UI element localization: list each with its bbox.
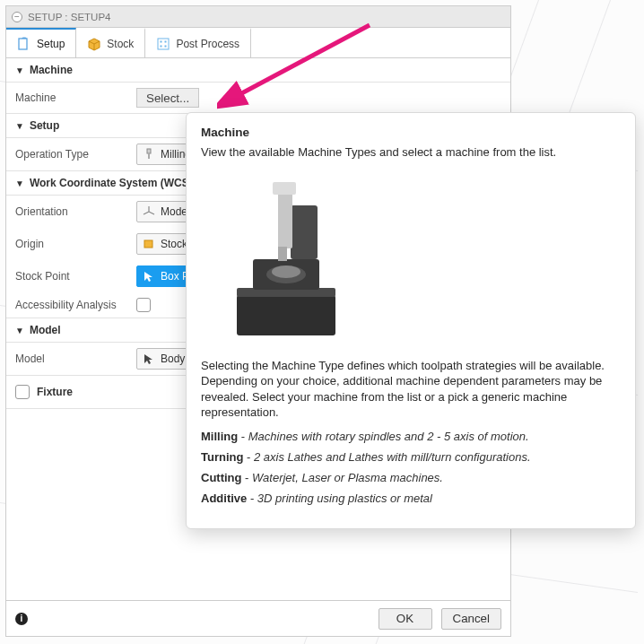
dialog-footer: i OK Cancel [6,600,510,636]
machine-illustration [210,170,371,349]
info-icon[interactable]: i [15,613,28,625]
accessibility-checkbox[interactable] [136,298,151,312]
dialog-title: SETUP : SETUP4 [28,12,110,22]
tab-label: Post Process [176,38,239,50]
tab-label: Stock [107,38,134,50]
field-label: Origin [15,238,136,250]
section-title: Work Coordinate System (WCS) [30,177,193,189]
tooltip-intro: View the available Machine Types and sel… [201,144,621,161]
section-title: Model [30,324,61,336]
svg-rect-17 [273,182,296,195]
cursor-icon [143,270,155,283]
tab-post-process[interactable]: Post Process [145,28,251,57]
chevron-down-icon: ▼ [15,65,24,75]
stock-tab-icon [87,37,101,51]
svg-rect-7 [148,153,150,159]
tooltip-def: Cutting - Waterjet, Laser or Plasma mach… [201,471,621,484]
post-tab-icon [156,37,170,51]
tab-setup[interactable]: Setup [6,28,76,57]
svg-rect-18 [278,247,287,261]
dialog-titlebar: − SETUP : SETUP4 [6,6,510,28]
tooltip-def: Additive - 3D printing using plastics or… [201,492,621,505]
field-label: Operation Type [15,148,136,161]
collapse-icon[interactable]: − [12,12,22,22]
tab-label: Setup [37,38,65,50]
ok-button[interactable]: OK [379,608,432,630]
svg-point-14 [272,265,300,278]
dialog-tabs: Setup Stock Post Process [6,28,510,58]
svg-rect-16 [278,191,292,248]
chevron-down-icon: ▼ [15,178,24,188]
field-label: Accessibility Analysis [15,299,136,311]
svg-rect-1 [158,39,169,49]
model-selector[interactable]: Body [136,348,191,370]
row-machine: Machine Select... [6,83,510,113]
cancel-button[interactable]: Cancel [441,608,502,630]
axes-icon [143,205,155,218]
setup-tab-icon [17,37,31,51]
chevron-down-icon: ▼ [15,121,24,131]
dropdown-value: Stock [161,238,187,250]
fixture-label: Fixture [37,386,73,398]
tooltip-def: Turning - 2 axis Lathes and Lathes with … [201,450,621,464]
cursor-icon [143,352,155,365]
svg-rect-15 [291,205,318,259]
svg-rect-0 [19,39,27,49]
milling-icon [143,148,155,161]
svg-rect-4 [161,45,162,47]
tooltip-body: Selecting the Machine Type defines which… [201,358,621,421]
field-label: Orientation [15,205,136,218]
tab-stock[interactable]: Stock [76,28,145,57]
field-label: Stock Point [15,270,136,283]
svg-rect-10 [237,295,335,335]
svg-rect-3 [165,40,167,42]
section-title: Machine [30,64,73,76]
field-label: Machine [15,91,136,104]
machine-select-button[interactable]: Select... [136,88,199,108]
fixture-checkbox[interactable] [15,385,30,399]
tooltip-title: Machine [201,126,621,139]
chevron-down-icon: ▼ [15,326,24,335]
stock-box-icon [143,238,155,250]
svg-rect-2 [161,40,162,42]
svg-rect-8 [144,240,152,248]
section-title: Setup [30,119,59,132]
svg-rect-6 [147,149,151,153]
dropdown-value: Body [161,352,185,365]
field-label: Model [15,352,136,365]
section-header-machine[interactable]: ▼ Machine [6,58,510,83]
svg-rect-5 [165,45,167,47]
machine-tooltip: Machine View the available Machine Types… [186,112,636,529]
tooltip-def: Milling - Machines with rotary spindles … [201,430,621,443]
